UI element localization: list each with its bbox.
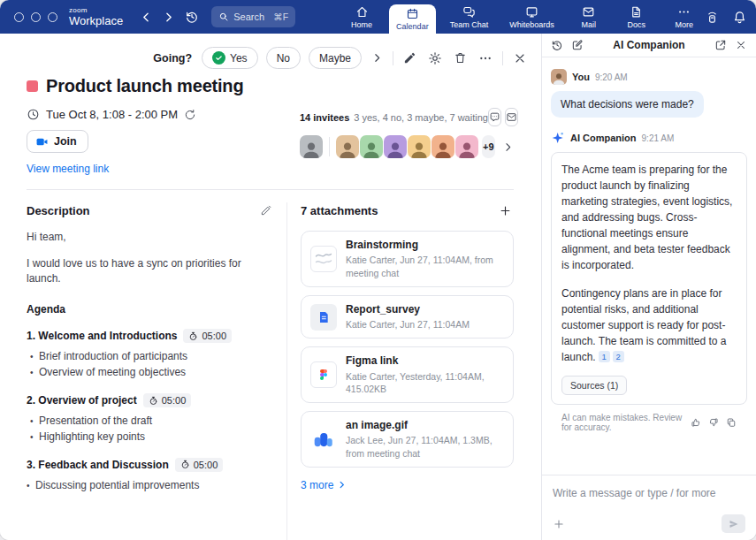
user-message-name: You xyxy=(572,72,590,82)
nav-forward-button[interactable] xyxy=(161,10,176,25)
primary-tabs: Home Calendar Team Chat Whiteboards Mail… xyxy=(341,0,705,34)
answer-paragraph: Contingency plans are in place for poten… xyxy=(561,285,737,365)
person-icon xyxy=(457,139,477,158)
window-close-button[interactable] xyxy=(14,12,24,22)
divider xyxy=(393,51,393,65)
chevron-left-icon xyxy=(141,11,152,23)
tab-docs[interactable]: Docs xyxy=(616,0,657,34)
assistant-message-name: AI Companion xyxy=(570,133,637,143)
invitee-avatar[interactable] xyxy=(455,135,478,158)
ai-close-button[interactable] xyxy=(735,39,747,51)
history-button[interactable] xyxy=(183,8,201,26)
event-detail-pane: Going? Yes No Maybe xyxy=(0,34,541,540)
edit-event-button[interactable] xyxy=(401,49,418,66)
global-search[interactable]: ⌘F xyxy=(211,6,295,27)
attachment-card[interactable]: Report_survey Katie Carter, Jun 27, 11:0… xyxy=(301,295,514,339)
attachment-card[interactable]: Figma link Katie Carter, Yesterday, 11:0… xyxy=(301,346,514,403)
tab-more-label: More xyxy=(675,21,693,29)
rsvp-maybe-button[interactable]: Maybe xyxy=(309,47,362,69)
more-icon xyxy=(677,5,691,19)
invitee-avatar[interactable] xyxy=(384,135,407,158)
window-maximize-button[interactable] xyxy=(48,12,57,22)
send-message-button[interactable] xyxy=(722,514,745,533)
attachment-meta: Katie Carter, Yesterday, 11:04AM, 415.02… xyxy=(346,370,504,395)
invitee-avatar[interactable] xyxy=(431,135,454,158)
footnote-citation[interactable]: 1 xyxy=(599,351,610,362)
more-attachments-link[interactable]: 3 more xyxy=(301,479,347,491)
window-minimize-button[interactable] xyxy=(31,12,41,22)
rsvp-expand-button[interactable] xyxy=(370,50,385,65)
expand-invitees-button[interactable] xyxy=(502,141,514,153)
tab-more[interactable]: More xyxy=(664,0,705,34)
event-meta-right: 14 invitees 3 yes, 4 no, 3 maybe, 7 wait… xyxy=(300,108,514,176)
attachment-card[interactable]: an image.gif Jack Lee, Jun 27, 11:04AM, … xyxy=(301,411,514,468)
speaker-device-icon xyxy=(705,10,720,25)
tab-whiteboards[interactable]: Whiteboards xyxy=(502,0,561,34)
attachment-card[interactable]: Brainstorming Katie Carter, Jun 27, 11:0… xyxy=(301,231,514,287)
devices-button[interactable] xyxy=(705,10,720,25)
copy-button[interactable] xyxy=(726,417,737,428)
event-title: Product launch meeting xyxy=(46,76,243,96)
tab-mail[interactable]: Mail xyxy=(569,0,609,34)
clock-icon xyxy=(27,108,40,121)
history-icon xyxy=(185,10,199,24)
attachment-name: Brainstorming xyxy=(346,239,504,251)
attachments-heading: 7 attachments xyxy=(301,204,378,217)
tab-calendar[interactable]: Calendar xyxy=(389,4,436,34)
more-actions-button[interactable] xyxy=(477,49,494,67)
agenda-bullets: Discussing potential improvements xyxy=(27,478,274,493)
rsvp-no-button[interactable]: No xyxy=(266,47,301,69)
ai-message-input[interactable] xyxy=(553,487,745,499)
tab-home[interactable]: Home xyxy=(341,0,382,34)
ai-companion-panel: AI Companion You 9:20 AM What decisions … xyxy=(541,34,756,540)
close-event-button[interactable] xyxy=(511,49,529,67)
ai-new-chat-button[interactable] xyxy=(571,39,584,51)
thumbs-up-icon xyxy=(691,417,701,428)
notifications-button[interactable] xyxy=(732,10,747,25)
chevron-right-icon xyxy=(337,480,347,490)
description-heading: Description xyxy=(27,204,90,217)
event-settings-button[interactable] xyxy=(426,49,444,67)
person-icon xyxy=(338,139,357,158)
delete-event-button[interactable] xyxy=(452,49,469,66)
attachment-name: Figma link xyxy=(346,354,504,367)
zoom-workplace-window: zoom Workplace ⌘F Home Calendar xyxy=(0,0,756,540)
view-meeting-link[interactable]: View meeting link xyxy=(27,163,109,175)
ai-history-button[interactable] xyxy=(551,39,563,51)
app-logo: zoom Workplace xyxy=(69,7,123,27)
invitee-avatar[interactable] xyxy=(360,135,383,158)
going-label: Going? xyxy=(153,52,192,65)
event-title-row: Product launch meeting xyxy=(27,76,541,96)
email-invitees-button[interactable] xyxy=(505,108,518,126)
tab-calendar-label: Calendar xyxy=(396,23,429,31)
join-meeting-button[interactable]: Join xyxy=(27,130,88,153)
thumbs-down-button[interactable] xyxy=(708,417,719,428)
footnote-citation[interactable]: 2 xyxy=(613,351,624,362)
description-section: Description Hi team, I would love us to … xyxy=(27,202,287,540)
edit-description-button[interactable] xyxy=(258,202,274,218)
tab-team-chat[interactable]: Team Chat xyxy=(443,0,496,34)
organizer-avatar[interactable] xyxy=(300,135,323,158)
sources-chip[interactable]: Sources (1) xyxy=(561,376,627,395)
stopwatch-icon xyxy=(188,331,198,341)
chat-with-invitees-button[interactable] xyxy=(488,108,501,126)
ai-popout-button[interactable] xyxy=(714,39,727,51)
logo-zoom-text: zoom xyxy=(69,7,123,14)
video-camera-icon xyxy=(35,135,49,148)
rsvp-yes-button[interactable]: Yes xyxy=(202,47,258,69)
invitee-avatar[interactable] xyxy=(408,135,431,158)
avatar-overflow-count[interactable]: +9 xyxy=(482,135,495,158)
description-greeting: Hi team, xyxy=(27,230,274,245)
thumbs-up-button[interactable] xyxy=(691,417,701,428)
whiteboards-icon xyxy=(525,5,538,19)
search-input[interactable] xyxy=(233,11,269,22)
invitee-avatar[interactable] xyxy=(336,135,359,158)
composer-add-button[interactable] xyxy=(553,518,565,530)
tab-whiteboards-label: Whiteboards xyxy=(509,21,554,29)
answer-paragraph: The Acme team is preparing for the produ… xyxy=(561,162,737,273)
nav-back-button[interactable] xyxy=(139,10,154,25)
agenda-bullet: Presentation of the draft xyxy=(27,414,274,429)
add-attachment-button[interactable] xyxy=(497,202,514,219)
attachment-name: an image.gif xyxy=(346,419,504,431)
answer-text: Contingency plans are in place for poten… xyxy=(561,287,727,363)
